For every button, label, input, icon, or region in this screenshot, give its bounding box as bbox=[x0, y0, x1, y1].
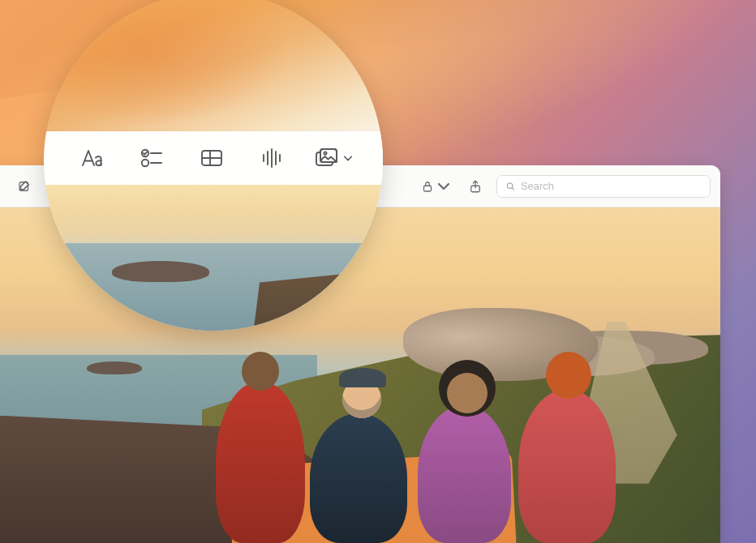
table-icon bbox=[199, 145, 225, 171]
checklist-button[interactable] bbox=[134, 141, 170, 175]
svg-point-5 bbox=[141, 160, 148, 166]
search-input[interactable] bbox=[521, 180, 702, 192]
search-field[interactable] bbox=[496, 175, 711, 198]
compose-icon bbox=[17, 179, 32, 194]
audio-waveform-icon bbox=[259, 145, 285, 171]
chevron-down-icon bbox=[342, 152, 354, 164]
audio-button[interactable] bbox=[254, 141, 290, 175]
magnified-toolbar bbox=[44, 131, 383, 185]
magnifier-callout bbox=[44, 0, 383, 331]
search-icon bbox=[505, 181, 516, 192]
checklist-icon bbox=[139, 145, 165, 171]
format-text-button[interactable] bbox=[74, 141, 110, 175]
share-button[interactable] bbox=[461, 174, 490, 199]
compose-button[interactable] bbox=[10, 174, 39, 199]
chevron-down-icon bbox=[436, 179, 451, 194]
text-format-icon bbox=[79, 145, 105, 171]
lock-button[interactable] bbox=[417, 174, 454, 199]
svg-rect-1 bbox=[424, 186, 432, 191]
share-icon bbox=[468, 179, 483, 194]
svg-point-3 bbox=[507, 182, 512, 187]
media-button[interactable] bbox=[314, 141, 354, 175]
photo-icon bbox=[314, 145, 340, 171]
table-button[interactable] bbox=[194, 141, 230, 175]
lock-icon bbox=[420, 179, 435, 194]
